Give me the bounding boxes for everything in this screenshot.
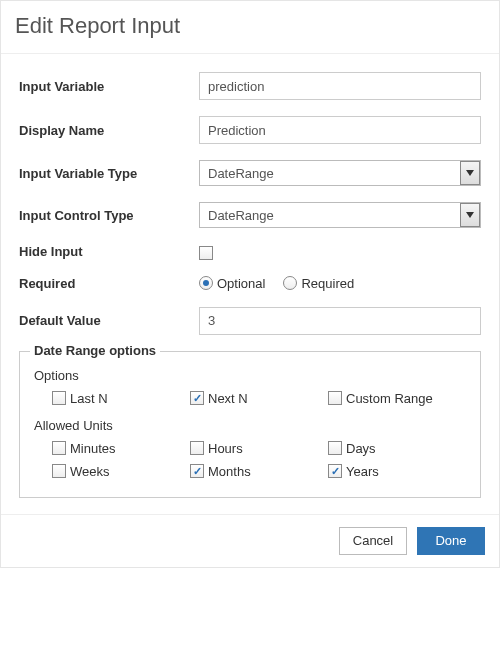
options-group-label: Options — [34, 368, 466, 383]
done-button[interactable]: Done — [417, 527, 485, 555]
unit-weeks[interactable]: Weeks — [52, 464, 190, 479]
checkbox-icon — [190, 391, 204, 405]
chevron-down-icon — [460, 203, 480, 227]
checkbox-icon — [190, 441, 204, 455]
checkbox-label: Years — [346, 464, 379, 479]
radio-label: Required — [301, 276, 354, 291]
hide-input-row: Hide Input — [19, 244, 481, 260]
input-variable-row: Input Variable — [19, 72, 481, 100]
input-variable-field[interactable] — [199, 72, 481, 100]
required-required-radio[interactable]: Required — [283, 276, 354, 291]
svg-marker-0 — [466, 170, 474, 176]
default-value-row: Default Value — [19, 307, 481, 335]
hide-input-checkbox[interactable] — [199, 246, 213, 260]
option-next-n[interactable]: Next N — [190, 391, 328, 406]
unit-months[interactable]: Months — [190, 464, 328, 479]
checkbox-icon — [328, 441, 342, 455]
checkbox-label: Months — [208, 464, 251, 479]
input-variable-label: Input Variable — [19, 79, 199, 94]
checkbox-label: Last N — [70, 391, 108, 406]
checkbox-label: Days — [346, 441, 376, 456]
radio-icon — [283, 276, 297, 290]
dialog-body: Input Variable Display Name Input Variab… — [1, 54, 499, 514]
checkbox-icon — [328, 464, 342, 478]
input-control-type-value: DateRange — [199, 202, 481, 228]
required-optional-radio[interactable]: Optional — [199, 276, 265, 291]
checkbox-icon — [190, 464, 204, 478]
input-variable-type-value: DateRange — [199, 160, 481, 186]
input-control-type-select[interactable]: DateRange — [199, 202, 481, 228]
checkbox-icon — [52, 464, 66, 478]
input-variable-type-row: Input Variable Type DateRange — [19, 160, 481, 186]
checkbox-label: Next N — [208, 391, 248, 406]
date-range-options-fieldset: Date Range options Options Last N Next N… — [19, 351, 481, 498]
input-control-type-label: Input Control Type — [19, 208, 199, 223]
cancel-button[interactable]: Cancel — [339, 527, 407, 555]
input-variable-type-label: Input Variable Type — [19, 166, 199, 181]
unit-days[interactable]: Days — [328, 441, 466, 456]
checkbox-label: Minutes — [70, 441, 116, 456]
default-value-label: Default Value — [19, 313, 199, 328]
display-name-label: Display Name — [19, 123, 199, 138]
checkbox-label: Hours — [208, 441, 243, 456]
unit-years[interactable]: Years — [328, 464, 466, 479]
option-last-n[interactable]: Last N — [52, 391, 190, 406]
checkbox-icon — [328, 391, 342, 405]
display-name-row: Display Name — [19, 116, 481, 144]
default-value-field[interactable] — [199, 307, 481, 335]
unit-hours[interactable]: Hours — [190, 441, 328, 456]
chevron-down-icon — [460, 161, 480, 185]
radio-label: Optional — [217, 276, 265, 291]
required-label: Required — [19, 276, 199, 291]
unit-minutes[interactable]: Minutes — [52, 441, 190, 456]
allowed-units-group-label: Allowed Units — [34, 418, 466, 433]
option-custom-range[interactable]: Custom Range — [328, 391, 466, 406]
checkbox-icon — [52, 441, 66, 455]
edit-report-input-dialog: Edit Report Input Input Variable Display… — [0, 0, 500, 568]
display-name-field[interactable] — [199, 116, 481, 144]
required-row: Required Optional Required — [19, 276, 481, 291]
hide-input-label: Hide Input — [19, 244, 199, 259]
input-control-type-row: Input Control Type DateRange — [19, 202, 481, 228]
input-variable-type-select[interactable]: DateRange — [199, 160, 481, 186]
checkbox-icon — [52, 391, 66, 405]
checkbox-label: Custom Range — [346, 391, 433, 406]
checkbox-label: Weeks — [70, 464, 110, 479]
dialog-footer: Cancel Done — [1, 514, 499, 567]
dialog-title: Edit Report Input — [1, 1, 499, 54]
date-range-options-legend: Date Range options — [30, 343, 160, 358]
svg-marker-1 — [466, 212, 474, 218]
radio-icon — [199, 276, 213, 290]
